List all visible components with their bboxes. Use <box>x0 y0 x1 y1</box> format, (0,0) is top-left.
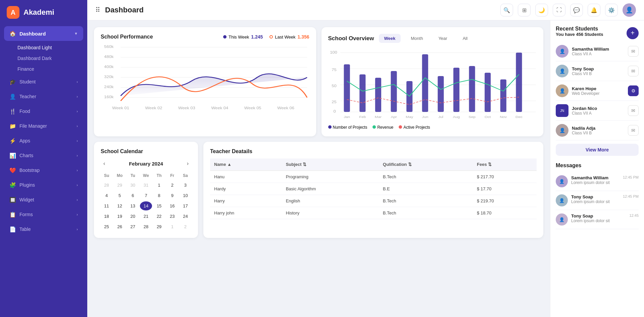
sidebar-item-food[interactable]: 🍴 Food › <box>0 104 87 119</box>
student-item-2: 👤 Karen Hope Web Developer ⚙ <box>556 81 639 101</box>
cal-day[interactable]: 28 <box>140 222 152 231</box>
user-avatar[interactable]: 👤 <box>623 3 636 17</box>
col-fees[interactable]: Fees ⇅ <box>473 158 537 171</box>
svg-text:400k: 400k <box>104 65 113 68</box>
tab-year[interactable]: Year <box>433 34 452 43</box>
col-name[interactable]: Name ▲ <box>210 158 282 171</box>
col-subject[interactable]: Subject ⇅ <box>282 158 379 171</box>
cal-day[interactable]: 5 <box>114 191 126 200</box>
cal-day[interactable]: 2 <box>180 222 191 231</box>
message-button[interactable]: ✉ <box>628 46 639 57</box>
student-class: Web Developer <box>572 91 625 96</box>
last-week-value: 1.356 <box>297 34 309 40</box>
message-button[interactable]: ✉ <box>628 125 639 136</box>
tab-month[interactable]: Month <box>405 34 428 43</box>
cal-day[interactable]: 15 <box>153 201 165 210</box>
cal-day[interactable]: 18 <box>101 212 112 221</box>
cal-day[interactable]: 16 <box>166 201 178 210</box>
cal-day[interactable]: 7 <box>140 191 152 200</box>
message-button[interactable]: ✉ <box>628 105 639 116</box>
cal-day[interactable]: 1 <box>166 222 178 231</box>
apps-button[interactable]: ⊞ <box>518 4 531 16</box>
msg-avatar: 👤 <box>556 194 568 206</box>
cal-next-button[interactable]: › <box>184 159 191 168</box>
student-name: Nadila Adja <box>572 126 625 131</box>
view-more-button[interactable]: View More <box>556 144 639 156</box>
sidebar-item-apps[interactable]: ⚡ Apps › <box>0 133 87 148</box>
cal-day[interactable]: 24 <box>180 212 191 221</box>
cal-day[interactable]: 20 <box>127 212 139 221</box>
messages-button[interactable]: 💬 <box>570 4 583 16</box>
settings-button[interactable]: ⚙️ <box>605 4 618 16</box>
cal-day[interactable]: 9 <box>166 191 178 200</box>
fullscreen-button[interactable]: ⛶ <box>553 4 565 16</box>
sidebar-item-forms[interactable]: 📋 Forms › <box>0 207 87 222</box>
dark-mode-button[interactable]: 🌙 <box>535 4 548 16</box>
recent-students-section: Recent Students You have 456 Students + … <box>556 26 639 156</box>
student-info: Nadila Adja Class VII B <box>572 126 625 135</box>
sidebar-item-student[interactable]: 🎓 Student › <box>0 74 87 89</box>
cal-day[interactable]: 2 <box>166 181 178 190</box>
cal-day[interactable]: 26 <box>114 222 126 231</box>
cal-day[interactable]: 3 <box>180 181 191 190</box>
search-button[interactable]: 🔍 <box>500 4 513 16</box>
settings-icon-btn[interactable]: ⚙ <box>628 85 639 96</box>
message-button[interactable]: ✉ <box>628 66 639 76</box>
svg-text:Dec: Dec <box>515 115 523 119</box>
sidebar-item-teacher[interactable]: 👤 Teacher › <box>0 89 87 104</box>
notifications-button[interactable]: 🔔 <box>588 4 600 16</box>
tab-week[interactable]: Week <box>379 34 401 43</box>
sidebar-item-table[interactable]: 📄 Table › <box>0 222 87 237</box>
cal-prev-button[interactable]: ‹ <box>101 159 108 168</box>
sidebar-sub-item-dashboard-light[interactable]: Dashboard Light <box>0 42 87 53</box>
svg-rect-35 <box>453 68 459 112</box>
cal-day[interactable]: 8 <box>153 191 165 200</box>
cal-day[interactable]: 25 <box>101 222 112 231</box>
cal-day[interactable]: 1 <box>153 181 165 190</box>
cal-day[interactable]: 31 <box>140 181 152 190</box>
cal-day[interactable]: 11 <box>101 201 112 210</box>
cal-day-today[interactable]: 14 <box>140 201 152 210</box>
cal-day[interactable]: 21 <box>140 212 152 221</box>
add-student-button[interactable]: + <box>627 27 639 39</box>
msg-preview: Lorem ipsum dolor sit <box>571 180 620 185</box>
sidebar-item-bootstrap[interactable]: ❤️ Bootstrap › <box>0 163 87 178</box>
page-title: Dashboard <box>105 6 496 14</box>
svg-text:Week 03: Week 03 <box>178 106 195 110</box>
sidebar-item-dashboard[interactable]: 🏠 Dashboard ▼ <box>4 26 83 41</box>
svg-text:25: 25 <box>332 100 336 104</box>
cal-day[interactable]: 12 <box>114 201 126 210</box>
cal-day[interactable]: 17 <box>180 201 191 210</box>
cal-day[interactable]: 13 <box>127 201 139 210</box>
messages-title: Messages <box>556 163 639 169</box>
school-calendar-card: School Calendar ‹ February 2024 › Su Mo … <box>94 142 198 238</box>
sidebar-item-file-manager[interactable]: 📁 File Manager › <box>0 119 87 133</box>
cal-day[interactable]: 23 <box>166 212 178 221</box>
msg-sender-name: Tony Soap <box>571 213 626 218</box>
logo-icon: A <box>7 6 19 19</box>
cal-day[interactable]: 28 <box>101 181 112 190</box>
sidebar-sub-item-finance[interactable]: Finance <box>0 64 87 74</box>
plugins-icon: 🧩 <box>9 182 16 188</box>
cal-day[interactable]: 19 <box>114 212 126 221</box>
cell-qualification: B.Tech <box>379 207 473 219</box>
grid-menu-icon[interactable]: ⠿ <box>95 6 100 14</box>
legend-active-projects: Active Projects <box>399 125 430 130</box>
sidebar-item-plugins[interactable]: 🧩 Plugins › <box>0 178 87 192</box>
cal-day[interactable]: 4 <box>101 191 112 200</box>
sidebar-item-widget[interactable]: 🔲 Widget › <box>0 192 87 207</box>
cal-day[interactable]: 22 <box>153 212 165 221</box>
sidebar-sub-item-dashboard-dark[interactable]: Dashboard Dark <box>0 53 87 64</box>
cal-day[interactable]: 29 <box>153 222 165 231</box>
tab-all[interactable]: All <box>457 34 473 43</box>
msg-time: 12:45 <box>629 213 639 217</box>
cal-month-label: February 2024 <box>129 161 163 167</box>
sidebar-item-charts[interactable]: 📊 Charts › <box>0 148 87 163</box>
cal-day[interactable]: 30 <box>127 181 139 190</box>
cal-day[interactable]: 10 <box>180 191 191 200</box>
cal-day[interactable]: 29 <box>114 181 126 190</box>
sidebar-item-label: Charts <box>19 153 73 158</box>
cal-day[interactable]: 27 <box>127 222 139 231</box>
col-qualification[interactable]: Qulification ⇅ <box>379 158 473 171</box>
cal-day[interactable]: 6 <box>127 191 139 200</box>
